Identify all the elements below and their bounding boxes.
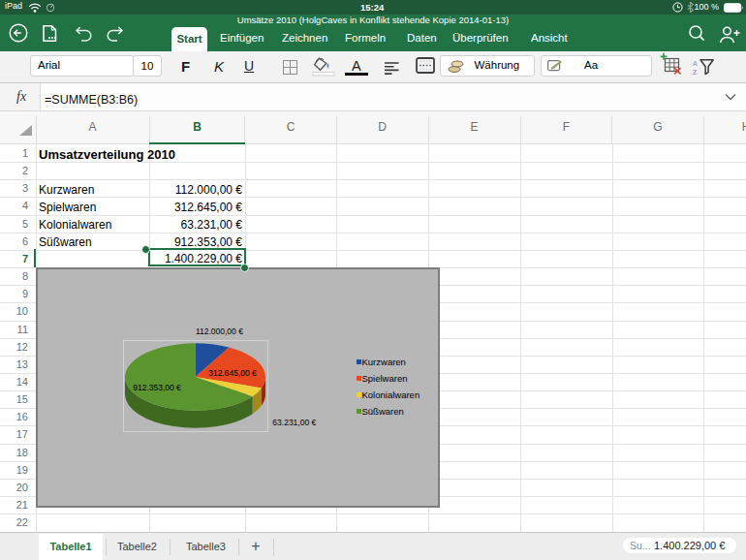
svg-text:Z: Z <box>693 68 698 75</box>
svg-text:A: A <box>693 59 698 66</box>
